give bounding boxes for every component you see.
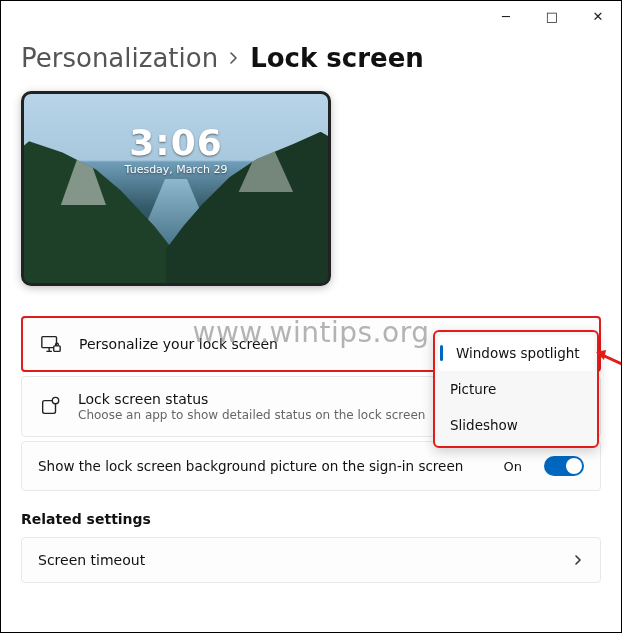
signin-background-row: Show the lock screen background picture …: [21, 441, 601, 491]
dropdown-option-spotlight[interactable]: Windows spotlight: [438, 335, 594, 371]
preview-time: 3:06: [125, 122, 228, 163]
preview-date: Tuesday, March 29: [125, 163, 228, 176]
window-controls: ─ □ ✕: [483, 1, 621, 31]
preview-clock: 3:06 Tuesday, March 29: [125, 122, 228, 176]
maximize-button[interactable]: □: [529, 1, 575, 31]
signin-background-label: Show the lock screen background picture …: [38, 458, 488, 474]
dropdown-option-picture[interactable]: Picture: [438, 371, 594, 407]
breadcrumb-parent[interactable]: Personalization: [21, 43, 218, 73]
svg-point-3: [52, 397, 58, 403]
annotation-arrow-icon: [594, 346, 622, 368]
related-settings-heading: Related settings: [21, 511, 601, 527]
screen-timeout-label: Screen timeout: [38, 552, 556, 568]
monitor-lock-icon: [39, 332, 63, 356]
chevron-right-icon: [572, 554, 584, 566]
screen-timeout-row[interactable]: Screen timeout: [21, 537, 601, 583]
app-badge-icon: [38, 395, 62, 419]
toggle-state-label: On: [504, 459, 522, 474]
svg-rect-1: [54, 346, 60, 352]
page-title: Lock screen: [250, 43, 424, 73]
lock-screen-type-dropdown: Windows spotlight Picture Slideshow: [433, 330, 599, 448]
signin-background-toggle[interactable]: [544, 456, 584, 476]
minimize-button[interactable]: ─: [483, 1, 529, 31]
chevron-right-icon: [228, 52, 240, 64]
breadcrumb: Personalization Lock screen: [21, 43, 601, 73]
lock-screen-preview: 3:06 Tuesday, March 29: [21, 91, 331, 286]
dropdown-option-slideshow[interactable]: Slideshow: [438, 407, 594, 443]
close-button[interactable]: ✕: [575, 1, 621, 31]
